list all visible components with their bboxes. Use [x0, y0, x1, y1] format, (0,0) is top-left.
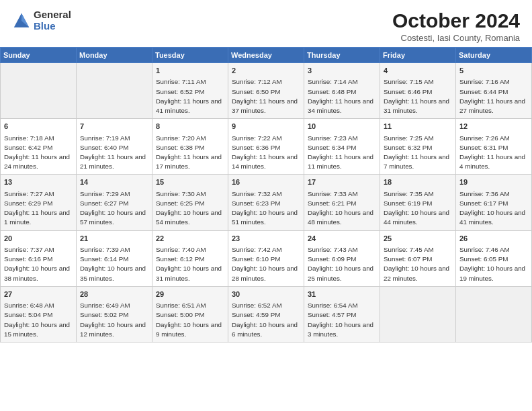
calendar-cell [380, 286, 456, 342]
calendar-cell: 15Sunrise: 7:30 AM Sunset: 6:25 PM Dayli… [152, 175, 228, 230]
logo: General Blue [12, 9, 71, 32]
calendar-day-header: Sunday [1, 48, 77, 63]
calendar-cell: 21Sunrise: 7:39 AM Sunset: 6:14 PM Dayli… [77, 230, 152, 286]
calendar-cell: 22Sunrise: 7:40 AM Sunset: 6:12 PM Dayli… [152, 230, 228, 286]
cell-content: Sunrise: 7:32 AM Sunset: 6:23 PM Dayligh… [232, 189, 300, 228]
calendar-cell: 11Sunrise: 7:25 AM Sunset: 6:32 PM Dayli… [380, 119, 456, 175]
calendar-cell: 7Sunrise: 7:19 AM Sunset: 6:40 PM Daylig… [77, 119, 152, 175]
day-number: 1 [156, 66, 224, 76]
logo-icon [12, 11, 31, 30]
day-number: 6 [4, 122, 73, 132]
day-number: 15 [156, 177, 224, 187]
day-number: 17 [308, 177, 376, 187]
day-number: 16 [232, 177, 300, 187]
calendar-cell: 26Sunrise: 7:46 AM Sunset: 6:05 PM Dayli… [456, 230, 532, 286]
calendar-day-header: Wednesday [228, 48, 304, 63]
day-number: 19 [459, 177, 528, 187]
cell-content: Sunrise: 6:51 AM Sunset: 5:00 PM Dayligh… [156, 301, 224, 339]
calendar-cell [1, 63, 77, 119]
cell-content: Sunrise: 7:43 AM Sunset: 6:09 PM Dayligh… [308, 245, 376, 283]
calendar-cell: 30Sunrise: 6:52 AM Sunset: 4:59 PM Dayli… [228, 286, 304, 342]
calendar-cell [77, 63, 152, 119]
calendar-day-header: Thursday [304, 48, 380, 63]
cell-content: Sunrise: 7:33 AM Sunset: 6:21 PM Dayligh… [308, 189, 376, 228]
calendar-day-header: Friday [380, 48, 456, 63]
cell-content: Sunrise: 7:20 AM Sunset: 6:38 PM Dayligh… [156, 134, 224, 172]
day-number: 30 [232, 289, 300, 300]
cell-content: Sunrise: 7:12 AM Sunset: 6:50 PM Dayligh… [232, 77, 300, 116]
calendar-cell: 20Sunrise: 7:37 AM Sunset: 6:16 PM Dayli… [1, 230, 77, 286]
calendar-cell: 1Sunrise: 7:11 AM Sunset: 6:52 PM Daylig… [152, 63, 228, 119]
logo-general-text: General [34, 9, 71, 21]
calendar-cell: 25Sunrise: 7:45 AM Sunset: 6:07 PM Dayli… [380, 230, 456, 286]
day-number: 27 [4, 289, 73, 300]
day-number: 22 [156, 234, 224, 244]
cell-content: Sunrise: 7:45 AM Sunset: 6:07 PM Dayligh… [384, 245, 452, 283]
calendar-cell: 23Sunrise: 7:42 AM Sunset: 6:10 PM Dayli… [228, 230, 304, 286]
calendar-header-row: SundayMondayTuesdayWednesdayThursdayFrid… [1, 48, 532, 63]
cell-content: Sunrise: 6:49 AM Sunset: 5:02 PM Dayligh… [80, 301, 148, 339]
cell-content: Sunrise: 7:36 AM Sunset: 6:17 PM Dayligh… [459, 189, 528, 228]
calendar-cell: 16Sunrise: 7:32 AM Sunset: 6:23 PM Dayli… [228, 175, 304, 230]
calendar-day-header: Monday [77, 48, 152, 63]
day-number: 26 [459, 234, 528, 244]
location: Costesti, Iasi County, Romania [392, 33, 520, 43]
day-number: 31 [308, 289, 376, 300]
calendar-cell: 4Sunrise: 7:15 AM Sunset: 6:46 PM Daylig… [380, 63, 456, 119]
cell-content: Sunrise: 7:16 AM Sunset: 6:44 PM Dayligh… [459, 77, 528, 116]
cell-content: Sunrise: 7:26 AM Sunset: 6:31 PM Dayligh… [459, 134, 528, 172]
cell-content: Sunrise: 7:42 AM Sunset: 6:10 PM Dayligh… [232, 245, 300, 283]
day-number: 24 [308, 234, 376, 244]
calendar-cell: 5Sunrise: 7:16 AM Sunset: 6:44 PM Daylig… [456, 63, 532, 119]
calendar-week-row: 6Sunrise: 7:18 AM Sunset: 6:42 PM Daylig… [1, 119, 532, 175]
calendar-week-row: 27Sunrise: 6:48 AM Sunset: 5:04 PM Dayli… [1, 286, 532, 342]
calendar-cell [456, 286, 532, 342]
cell-content: Sunrise: 7:11 AM Sunset: 6:52 PM Dayligh… [156, 77, 224, 116]
calendar-cell: 19Sunrise: 7:36 AM Sunset: 6:17 PM Dayli… [456, 175, 532, 230]
day-number: 23 [232, 234, 300, 244]
calendar-cell: 27Sunrise: 6:48 AM Sunset: 5:04 PM Dayli… [1, 286, 77, 342]
cell-content: Sunrise: 7:29 AM Sunset: 6:27 PM Dayligh… [80, 189, 148, 228]
cell-content: Sunrise: 7:35 AM Sunset: 6:19 PM Dayligh… [384, 189, 452, 228]
cell-content: Sunrise: 6:52 AM Sunset: 4:59 PM Dayligh… [232, 301, 300, 339]
day-number: 14 [80, 177, 148, 187]
cell-content: Sunrise: 7:22 AM Sunset: 6:36 PM Dayligh… [232, 134, 300, 172]
calendar-cell: 28Sunrise: 6:49 AM Sunset: 5:02 PM Dayli… [77, 286, 152, 342]
calendar-cell: 18Sunrise: 7:35 AM Sunset: 6:19 PM Dayli… [380, 175, 456, 230]
cell-content: Sunrise: 7:15 AM Sunset: 6:46 PM Dayligh… [384, 77, 452, 116]
calendar-cell: 31Sunrise: 6:54 AM Sunset: 4:57 PM Dayli… [304, 286, 380, 342]
day-number: 2 [232, 66, 300, 76]
cell-content: Sunrise: 7:23 AM Sunset: 6:34 PM Dayligh… [308, 134, 376, 172]
page: General Blue October 2024 Costesti, Iasi… [0, 0, 532, 411]
cell-content: Sunrise: 7:25 AM Sunset: 6:32 PM Dayligh… [384, 134, 452, 172]
calendar-day-header: Tuesday [152, 48, 228, 63]
day-number: 11 [384, 122, 452, 132]
cell-content: Sunrise: 7:27 AM Sunset: 6:29 PM Dayligh… [4, 189, 73, 228]
calendar-cell: 12Sunrise: 7:26 AM Sunset: 6:31 PM Dayli… [456, 119, 532, 175]
cell-content: Sunrise: 7:14 AM Sunset: 6:48 PM Dayligh… [308, 77, 376, 116]
cell-content: Sunrise: 7:30 AM Sunset: 6:25 PM Dayligh… [156, 189, 224, 228]
day-number: 9 [232, 122, 300, 132]
cell-content: Sunrise: 7:40 AM Sunset: 6:12 PM Dayligh… [156, 245, 224, 283]
day-number: 29 [156, 289, 224, 300]
calendar-week-row: 1Sunrise: 7:11 AM Sunset: 6:52 PM Daylig… [1, 63, 532, 119]
logo-blue-text: Blue [34, 21, 71, 32]
cell-content: Sunrise: 6:54 AM Sunset: 4:57 PM Dayligh… [308, 301, 376, 339]
day-number: 25 [384, 234, 452, 244]
month-title: October 2024 [392, 9, 520, 32]
day-number: 28 [80, 289, 148, 300]
cell-content: Sunrise: 7:18 AM Sunset: 6:42 PM Dayligh… [4, 134, 73, 172]
calendar-cell: 6Sunrise: 7:18 AM Sunset: 6:42 PM Daylig… [1, 119, 77, 175]
calendar-week-row: 20Sunrise: 7:37 AM Sunset: 6:16 PM Dayli… [1, 230, 532, 286]
header: General Blue October 2024 Costesti, Iasi… [0, 0, 532, 47]
day-number: 13 [4, 177, 73, 187]
cell-content: Sunrise: 7:37 AM Sunset: 6:16 PM Dayligh… [4, 245, 73, 283]
calendar-cell: 14Sunrise: 7:29 AM Sunset: 6:27 PM Dayli… [77, 175, 152, 230]
calendar-week-row: 13Sunrise: 7:27 AM Sunset: 6:29 PM Dayli… [1, 175, 532, 230]
cell-content: Sunrise: 7:46 AM Sunset: 6:05 PM Dayligh… [459, 245, 528, 283]
calendar-cell: 10Sunrise: 7:23 AM Sunset: 6:34 PM Dayli… [304, 119, 380, 175]
calendar-cell: 3Sunrise: 7:14 AM Sunset: 6:48 PM Daylig… [304, 63, 380, 119]
cell-content: Sunrise: 6:48 AM Sunset: 5:04 PM Dayligh… [4, 301, 73, 339]
day-number: 8 [156, 122, 224, 132]
calendar-cell: 8Sunrise: 7:20 AM Sunset: 6:38 PM Daylig… [152, 119, 228, 175]
